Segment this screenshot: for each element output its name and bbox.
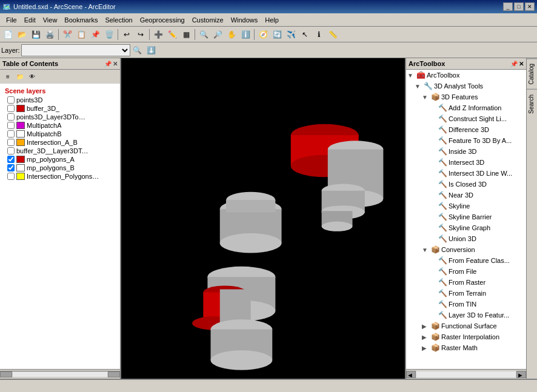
- expand-conversion[interactable]: ▼: [422, 247, 429, 253]
- toc-pin-button[interactable]: 📌: [104, 61, 112, 67]
- toc-item-buffer3d[interactable]: buffer_3D_: [0, 104, 120, 113]
- menu-file[interactable]: File: [2, 15, 21, 25]
- toc-checkbox-points3d-layer[interactable]: [7, 113, 15, 121]
- paste-button[interactable]: 📌: [88, 28, 102, 41]
- tool-inside-3d[interactable]: 🔨 Inside 3D: [406, 146, 526, 157]
- toc-checkbox-buffer3d-layer[interactable]: [7, 147, 15, 154]
- expand-3d-analyst[interactable]: ▼: [415, 83, 422, 90]
- copy-button[interactable]: 📋: [75, 28, 88, 41]
- tool-add-z[interactable]: 🔨 Add Z Information: [406, 102, 526, 113]
- toc-checkbox-buffer3d[interactable]: [7, 105, 15, 112]
- scroll-track[interactable]: [416, 371, 516, 378]
- tool-layer-3d-to-feature[interactable]: 🔨 Layer 3D to Featur...: [406, 310, 526, 321]
- layer-zoom-button[interactable]: 🔍: [131, 44, 144, 57]
- toc-checkbox-mp-polygons-a[interactable]: [7, 156, 15, 163]
- tool-near-3d[interactable]: 🔨 Near 3D: [406, 190, 526, 201]
- tool-from-feature[interactable]: 🔨 From Feature Clas...: [406, 255, 526, 266]
- cut-button[interactable]: ✂️: [61, 28, 74, 41]
- close-button[interactable]: ✕: [525, 2, 535, 11]
- select-button[interactable]: ▦: [179, 28, 193, 41]
- toc-list-view-button[interactable]: ≡: [2, 71, 13, 82]
- toolbox-conversion[interactable]: ▼ 📦 Conversion: [406, 244, 526, 255]
- tool-from-file[interactable]: 🔨 From File: [406, 266, 526, 277]
- measure-button[interactable]: 📏: [326, 28, 339, 41]
- info-button[interactable]: ℹ: [312, 28, 325, 41]
- toolbox-root[interactable]: ▼ 🧰 ArcToolbox: [406, 70, 526, 81]
- undo-button[interactable]: ↩: [120, 28, 133, 41]
- catalog-tab[interactable]: Catalog: [527, 58, 537, 89]
- expand-root[interactable]: ▼: [407, 72, 415, 79]
- toolbox-3d-analyst[interactable]: ▼ 🔧 3D Analyst Tools: [406, 81, 526, 91]
- search-tab[interactable]: Search: [527, 89, 537, 119]
- toc-item-points3d[interactable]: points3D: [0, 96, 120, 104]
- layer-options-button[interactable]: ⬇️: [145, 44, 158, 57]
- tool-from-tin[interactable]: 🔨 From TIN: [406, 299, 526, 310]
- toc-item-intersection-ab[interactable]: Intersection_A_B: [0, 138, 120, 147]
- print-button[interactable]: 🖨️: [43, 28, 56, 41]
- rotate-button[interactable]: 🔄: [270, 28, 284, 41]
- toolbox-header-controls[interactable]: 📌 ✕: [510, 61, 524, 67]
- menu-customize[interactable]: Customize: [188, 15, 227, 25]
- toc-item-mp-polygons-a[interactable]: mp_polygons_A: [0, 155, 120, 164]
- map-area[interactable]: [121, 58, 405, 379]
- save-button[interactable]: 💾: [29, 28, 42, 41]
- zoom-out-button[interactable]: 🔎: [211, 28, 224, 41]
- toc-checkbox-intersection-ab[interactable]: [7, 139, 15, 146]
- expand-raster-interp[interactable]: ▶: [422, 334, 429, 341]
- menu-windows[interactable]: Windows: [227, 15, 262, 25]
- menu-geoprocessing[interactable]: Geoprocessing: [136, 15, 188, 25]
- zoom-in-button[interactable]: 🔍: [197, 28, 210, 41]
- toc-visibility-button[interactable]: 👁: [27, 71, 38, 82]
- layer-select[interactable]: [21, 44, 130, 56]
- toc-checkbox-intersection-polygons[interactable]: [7, 173, 15, 180]
- expand-raster-math[interactable]: ▶: [422, 345, 429, 351]
- tool-skyline[interactable]: 🔨 Skyline: [406, 201, 526, 211]
- maximize-button[interactable]: □: [514, 2, 524, 11]
- menu-view[interactable]: View: [39, 15, 61, 25]
- expand-3d-features[interactable]: ▼: [422, 94, 429, 101]
- minimize-button[interactable]: _: [503, 2, 513, 11]
- scroll-right-button[interactable]: ►: [516, 371, 526, 378]
- open-button[interactable]: 📂: [15, 28, 28, 41]
- window-controls[interactable]: _ □ ✕: [503, 2, 535, 11]
- toc-item-points3d-layer[interactable]: points3D_Layer3DToFeatu: [0, 113, 120, 121]
- menu-help[interactable]: Help: [261, 15, 282, 25]
- tool-feature-to-3d[interactable]: 🔨 Feature To 3D By A...: [406, 135, 526, 146]
- toolbox-scrollbar[interactable]: ◄ ►: [406, 369, 526, 379]
- tool-from-terrain[interactable]: 🔨 From Terrain: [406, 288, 526, 299]
- toc-checkbox-points3d[interactable]: [7, 96, 15, 104]
- toc-item-intersection-polygons[interactable]: Intersection_Polygons_A_B: [0, 172, 120, 181]
- redo-button[interactable]: ↪: [134, 28, 147, 41]
- tool-union-3d[interactable]: 🔨 Union 3D: [406, 233, 526, 244]
- scroll-left-button[interactable]: ◄: [406, 371, 416, 378]
- delete-button[interactable]: 🗑️: [102, 28, 116, 41]
- toc-scrollbar[interactable]: [0, 369, 120, 379]
- tool-skyline-graph[interactable]: 🔨 Skyline Graph: [406, 222, 526, 233]
- toolbox-raster-interpolation[interactable]: ▶ 📦 Raster Interpolation: [406, 331, 526, 342]
- tool-intersect-3d[interactable]: 🔨 Intersect 3D: [406, 157, 526, 168]
- toc-header-right[interactable]: 📌 ✕: [104, 61, 118, 67]
- tool-difference-3d[interactable]: 🔨 Difference 3D: [406, 124, 526, 135]
- toc-checkbox-multipatchb[interactable]: [7, 130, 15, 138]
- toc-item-multipatchb[interactable]: MultipatchB: [0, 130, 120, 138]
- toc-item-mp-polygons-b[interactable]: mp_polygons_B: [0, 164, 120, 172]
- toc-source-view-button[interactable]: 📁: [15, 71, 25, 82]
- menu-bookmarks[interactable]: Bookmarks: [61, 15, 101, 25]
- toolbox-close-icon[interactable]: ✕: [519, 61, 524, 67]
- tool-from-raster[interactable]: 🔨 From Raster: [406, 277, 526, 288]
- toc-item-multipatcha[interactable]: MultipatchA: [0, 121, 120, 130]
- toc-close-button[interactable]: ✕: [113, 61, 118, 67]
- toolbox-3d-features[interactable]: ▼ 📦 3D Features: [406, 91, 526, 102]
- new-button[interactable]: 📄: [1, 28, 15, 41]
- toolbox-raster-math[interactable]: ▶ 📦 Raster Math: [406, 342, 526, 353]
- toolbox-pin-icon[interactable]: 📌: [510, 61, 518, 67]
- expand-functional[interactable]: ▶: [422, 323, 429, 330]
- navigate-button[interactable]: 🧭: [256, 28, 270, 41]
- sketch-button[interactable]: ✏️: [165, 28, 179, 41]
- pointer-button[interactable]: ↖: [298, 28, 312, 41]
- menu-edit[interactable]: Edit: [21, 15, 39, 25]
- fly-button[interactable]: ✈️: [284, 28, 298, 41]
- toolbox-functional-surface[interactable]: ▶ 📦 Functional Surface: [406, 321, 526, 331]
- toc-checkbox-mp-polygons-b[interactable]: [7, 164, 15, 171]
- add-data-button[interactable]: ➕: [152, 28, 165, 41]
